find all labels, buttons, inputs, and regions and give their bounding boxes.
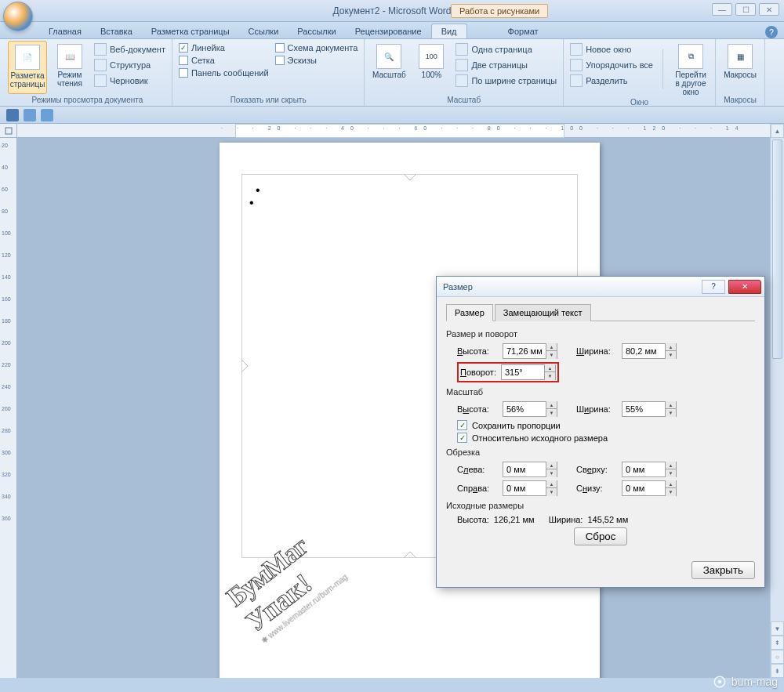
tab-view[interactable]: Вид: [431, 24, 467, 38]
horizontal-ruler[interactable]: · · · 20 · · · 40 · · · 60 · · · 80 · · …: [17, 124, 770, 138]
check-icon: ✓: [179, 43, 188, 53]
width-label: Ширина:: [576, 346, 617, 356]
office-button[interactable]: [3, 2, 33, 31]
crop-right-input[interactable]: [503, 484, 546, 493]
arrange-icon: [570, 59, 583, 71]
crop-right-spinner[interactable]: ▲▼: [503, 480, 557, 496]
scale-width-spinner[interactable]: ▲▼: [622, 401, 677, 417]
crop-bottom-input[interactable]: [622, 484, 665, 493]
help-button[interactable]: ?: [765, 26, 778, 38]
window-title: Документ2 - Microsoft Word: [0, 5, 784, 16]
rotation-input[interactable]: [502, 368, 544, 377]
maximize-button[interactable]: ☐: [735, 3, 756, 16]
zoom-100-button[interactable]: 100 100%: [412, 41, 451, 94]
two-pages-button[interactable]: Две страницы: [454, 58, 558, 72]
gridlines-checkbox[interactable]: Сетка: [177, 55, 270, 66]
scroll-up-arrow[interactable]: ▲: [771, 124, 784, 138]
reading-mode-button[interactable]: 📖 Режим чтения: [50, 41, 89, 94]
tab-home[interactable]: Главная: [39, 24, 91, 38]
redo-icon[interactable]: [41, 109, 53, 121]
browse-object-button[interactable]: ○: [771, 650, 784, 664]
switch-windows-button[interactable]: ⧉ Перейти в другое окно: [671, 41, 710, 96]
height-label: Высота:: [457, 346, 498, 356]
split-button[interactable]: Разделить: [568, 74, 655, 88]
ruler-corner: [0, 124, 16, 138]
page-width-button[interactable]: По ширине страницы: [454, 74, 558, 88]
group-document-views: 📄 Разметка страницы 📖 Режим чтения Веб-д…: [3, 39, 172, 106]
crop-top-label: Сверху:: [576, 465, 617, 474]
tab-insert[interactable]: Вставка: [91, 24, 142, 38]
draft-button[interactable]: Черновик: [93, 74, 167, 88]
crop-bottom-spinner[interactable]: ▲▼: [622, 480, 677, 496]
dialog-help-button[interactable]: ?: [702, 280, 725, 294]
width-spinner[interactable]: ▲▼: [622, 343, 677, 359]
dialog-tab-size[interactable]: Размер: [446, 304, 493, 321]
crop-top-spinner[interactable]: ▲▼: [622, 462, 677, 477]
document-map-checkbox[interactable]: Схема документа: [274, 42, 360, 53]
crop-left-spinner[interactable]: ▲▼: [503, 462, 557, 477]
reset-button[interactable]: Сброс: [574, 527, 628, 545]
print-layout-button[interactable]: 📄 Разметка страницы: [8, 41, 47, 94]
spin-up-icon[interactable]: ▲: [546, 343, 557, 351]
macros-button[interactable]: ▦ Макросы: [720, 41, 760, 94]
scroll-thumb[interactable]: [772, 139, 782, 359]
dialog-titlebar[interactable]: Размер ? ✕: [437, 277, 764, 297]
height-spinner[interactable]: ▲▼: [503, 343, 557, 359]
tab-layout[interactable]: Разметка страницы: [142, 24, 239, 38]
arrange-all-button[interactable]: Упорядочить все: [568, 58, 655, 72]
new-window-button[interactable]: Новое окно: [568, 42, 655, 56]
tab-review[interactable]: Рецензирование: [346, 24, 431, 38]
group-macros: ▦ Макросы Макросы: [716, 39, 765, 106]
web-layout-button[interactable]: Веб-документ: [93, 42, 167, 56]
scroll-down-arrow[interactable]: ▼: [771, 621, 784, 636]
macros-icon: ▦: [728, 44, 753, 69]
one-page-button[interactable]: Одна страница: [454, 42, 558, 56]
outline-button[interactable]: Структура: [93, 58, 167, 72]
width-input[interactable]: [622, 346, 665, 356]
crop-top-input[interactable]: [622, 465, 665, 474]
relative-original-checkbox[interactable]: ✓Относительно исходного размера: [457, 433, 755, 443]
svg-point-2: [718, 680, 722, 684]
vertical-ruler[interactable]: 2040608010012014016018020022024026028030…: [0, 124, 17, 678]
scale-height-label: Высота:: [457, 404, 498, 414]
tab-mailings[interactable]: Рассылки: [288, 24, 345, 38]
new-window-icon: [570, 43, 583, 56]
rotation-label: Поворот:: [460, 368, 501, 377]
tab-format[interactable]: Формат: [499, 24, 548, 38]
height-input[interactable]: [503, 346, 546, 356]
gear-icon: [713, 675, 727, 689]
ruler-checkbox[interactable]: ✓Линейка: [177, 42, 270, 53]
save-icon[interactable]: [6, 109, 19, 121]
close-window-button[interactable]: ✕: [759, 3, 779, 16]
scale-width-input[interactable]: [622, 404, 665, 414]
dialog-tab-alt-text[interactable]: Замещающий текст: [495, 304, 591, 321]
thumbnails-checkbox[interactable]: Эскизы: [274, 55, 360, 66]
crop-bottom-label: Снизу:: [576, 484, 617, 493]
scale-height-spinner[interactable]: ▲▼: [503, 401, 557, 417]
dialog-close-button[interactable]: ✕: [728, 280, 761, 294]
reading-label: Режим чтения: [53, 71, 86, 88]
prev-page-button[interactable]: ⇞: [771, 636, 784, 650]
group-show-hide: ✓Линейка Сетка Панель сообщений Схема до…: [172, 39, 365, 106]
scale-height-input[interactable]: [503, 404, 546, 414]
size-dialog: Размер ? ✕ Размер Замещающий текст Разме…: [436, 276, 765, 588]
page-width-icon: [456, 74, 468, 87]
crop-left-input[interactable]: [503, 465, 546, 474]
vertical-scrollbar[interactable]: ▲ ▼ ⇞ ○ ⇟: [770, 124, 784, 678]
group-zoom: 🔍 Масштаб 100 100% Одна страница Две стр…: [365, 39, 564, 106]
tab-references[interactable]: Ссылки: [239, 24, 289, 38]
group-window: Новое окно Упорядочить все Разделить ⧉ П…: [564, 39, 716, 106]
ribbon-tabs: Главная Вставка Разметка страницы Ссылки…: [0, 22, 784, 39]
spin-down-icon[interactable]: ▼: [546, 351, 557, 359]
minimize-button[interactable]: —: [712, 3, 732, 16]
section-scale: Масштаб: [446, 387, 755, 397]
zoom-button[interactable]: 🔍 Масштаб: [369, 41, 408, 94]
undo-icon[interactable]: [24, 109, 36, 121]
lock-aspect-checkbox[interactable]: ✓Сохранить пропорции: [457, 420, 755, 430]
ribbon: 📄 Разметка страницы 📖 Режим чтения Веб-д…: [0, 39, 784, 107]
close-dialog-button[interactable]: Закрыть: [691, 561, 755, 579]
message-bar-checkbox[interactable]: Панель сообщений: [177, 67, 270, 78]
split-icon: [570, 74, 583, 87]
rotation-spinner[interactable]: ▲▼: [501, 364, 556, 380]
dialog-title: Размер: [443, 282, 473, 292]
